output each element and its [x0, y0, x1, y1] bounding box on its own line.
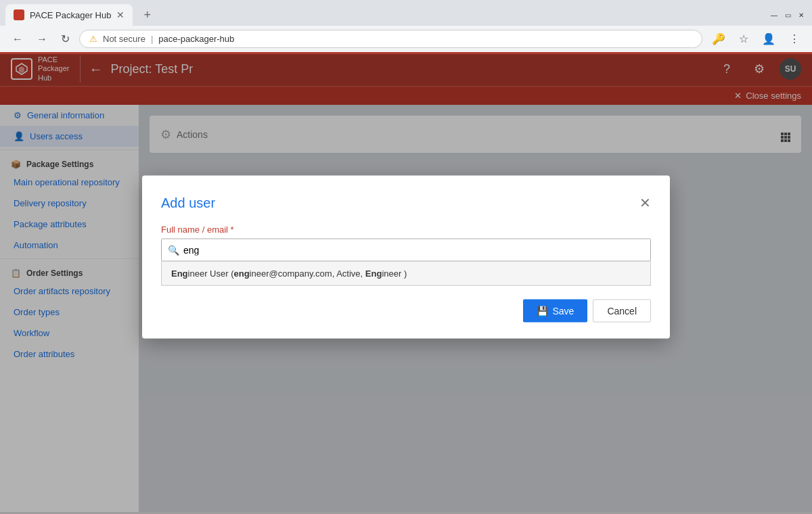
modal-header: Add user ✕ [161, 195, 651, 211]
window-controls: — ▭ ✕ [769, 9, 807, 20]
tab-title: PACE Packager Hub [30, 10, 111, 20]
dropdown-item-email-rest: ineer@company.com, Active, [250, 268, 365, 279]
key-icon[interactable]: 🔑 [708, 30, 729, 48]
url-separator: | [151, 34, 153, 44]
search-icon: 🔍 [168, 245, 179, 256]
modal-body: Full name / email * 🔍 Engineer User (eng… [161, 225, 651, 286]
save-button[interactable]: 💾 Save [523, 300, 587, 323]
dropdown-item-name-rest: ineer User ( [188, 268, 234, 279]
tab-favicon [14, 9, 24, 20]
minimize-button[interactable]: — [769, 9, 780, 20]
profile-icon[interactable]: 👤 [758, 30, 780, 48]
search-dropdown: Engineer User (engineer@company.com, Act… [161, 262, 651, 286]
security-warning-icon: ⚠ [89, 34, 97, 44]
refresh-button[interactable]: ↻ [57, 30, 74, 48]
new-tab-button[interactable]: + [138, 5, 156, 25]
modal-actions: 💾 Save Cancel [161, 300, 651, 323]
menu-icon[interactable]: ⋮ [785, 30, 804, 48]
back-button[interactable]: ← [8, 30, 27, 48]
dropdown-item-role-rest: ineer ) [382, 268, 407, 279]
bookmark-icon[interactable]: ☆ [735, 30, 752, 48]
fullname-label: Full name / email * [161, 225, 651, 235]
modal-title: Add user [161, 195, 215, 210]
save-icon: 💾 [537, 306, 548, 317]
tab-close-button[interactable]: ✕ [116, 9, 125, 20]
forward-button[interactable]: → [32, 30, 51, 48]
url-warning-label: Not secure [103, 34, 145, 44]
modal-close-button[interactable]: ✕ [639, 195, 651, 211]
url-text: pace-packager-hub [158, 34, 234, 44]
close-window-button[interactable]: ✕ [796, 9, 807, 20]
save-label: Save [552, 306, 574, 317]
dropdown-item-role-match: Eng [365, 268, 382, 279]
dropdown-item-match-prefix: Eng [171, 268, 188, 279]
browser-tab[interactable]: PACE Packager Hub ✕ [5, 4, 133, 26]
maximize-button[interactable]: ▭ [782, 9, 793, 20]
dropdown-item-email-match: eng [233, 268, 249, 279]
add-user-modal: Add user ✕ Full name / email * 🔍 Enginee… [142, 176, 670, 339]
dropdown-item-engineer[interactable]: Engineer User (engineer@company.com, Act… [162, 262, 650, 285]
browser-chrome: PACE Packager Hub ✕ + — ▭ ✕ ← → ↻ ⚠ Not … [0, 0, 812, 52]
fullname-email-input[interactable] [161, 239, 651, 262]
search-input-wrapper: 🔍 [161, 239, 651, 262]
cancel-button[interactable]: Cancel [593, 300, 651, 323]
address-bar[interactable]: ⚠ Not secure | pace-packager-hub [79, 30, 702, 48]
